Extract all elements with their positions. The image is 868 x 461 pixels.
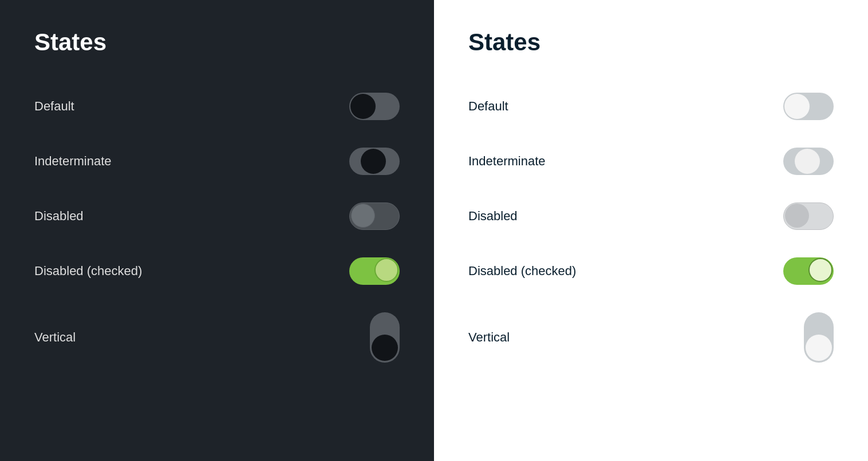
dark-default-toggle[interactable] <box>349 93 400 120</box>
dark-indeterminate-track[interactable] <box>349 148 400 175</box>
light-vertical-label: Vertical <box>468 330 510 345</box>
dark-panel: States Default Indeterminate Disabled Di… <box>0 0 434 461</box>
light-default-track[interactable] <box>783 93 834 120</box>
light-vertical-knob <box>806 335 832 361</box>
dark-disabled-checked-track <box>349 257 400 285</box>
dark-vertical-row: Vertical <box>34 299 400 376</box>
light-default-toggle[interactable] <box>783 93 834 120</box>
light-disabled-toggle <box>783 202 834 230</box>
light-panel-title: States <box>468 29 834 56</box>
light-vertical-track[interactable] <box>804 312 834 363</box>
light-default-knob <box>784 94 810 119</box>
light-panel: States Default Indeterminate Disabled Di… <box>434 0 868 461</box>
dark-default-track[interactable] <box>349 93 400 120</box>
light-vertical-row: Vertical <box>468 299 834 376</box>
dark-disabled-toggle <box>349 202 400 230</box>
light-default-row: Default <box>468 79 834 134</box>
dark-disabled-knob <box>351 204 375 228</box>
dark-vertical-track[interactable] <box>370 312 400 363</box>
light-disabled-label: Disabled <box>468 209 518 224</box>
light-disabled-track <box>783 202 834 230</box>
dark-disabled-row: Disabled <box>34 189 400 244</box>
dark-vertical-label: Vertical <box>34 330 76 345</box>
dark-indeterminate-label: Indeterminate <box>34 154 112 169</box>
light-disabled-knob <box>785 204 809 228</box>
light-indeterminate-toggle[interactable] <box>783 148 834 175</box>
light-indeterminate-row: Indeterminate <box>468 134 834 189</box>
light-disabled-checked-row: Disabled (checked) <box>468 244 834 299</box>
light-indeterminate-track[interactable] <box>783 148 834 175</box>
light-indeterminate-label: Indeterminate <box>468 154 546 169</box>
dark-disabled-checked-knob <box>374 258 399 282</box>
light-disabled-checked-toggle <box>783 257 834 285</box>
light-vertical-toggle[interactable] <box>804 312 834 363</box>
dark-disabled-track <box>349 202 400 230</box>
dark-vertical-toggle[interactable] <box>370 312 400 363</box>
light-default-label: Default <box>468 99 508 114</box>
dark-disabled-checked-row: Disabled (checked) <box>34 244 400 299</box>
light-indeterminate-knob <box>795 149 820 174</box>
dark-default-knob <box>350 94 376 119</box>
dark-default-label: Default <box>34 99 74 114</box>
light-disabled-row: Disabled <box>468 189 834 244</box>
dark-panel-title: States <box>34 29 400 56</box>
dark-indeterminate-row: Indeterminate <box>34 134 400 189</box>
dark-vertical-knob <box>372 335 398 361</box>
dark-indeterminate-knob <box>361 149 386 174</box>
light-disabled-checked-label: Disabled (checked) <box>468 264 576 279</box>
light-disabled-checked-knob <box>808 258 833 282</box>
dark-disabled-label: Disabled <box>34 209 84 224</box>
dark-default-row: Default <box>34 79 400 134</box>
light-disabled-checked-track <box>783 257 834 285</box>
dark-disabled-checked-toggle <box>349 257 400 285</box>
dark-indeterminate-toggle[interactable] <box>349 148 400 175</box>
dark-disabled-checked-label: Disabled (checked) <box>34 264 142 279</box>
